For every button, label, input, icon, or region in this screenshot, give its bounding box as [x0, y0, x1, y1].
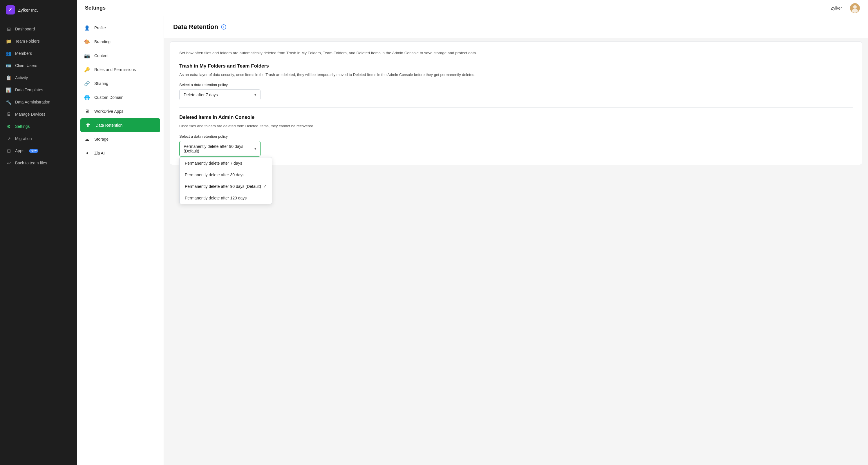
- section-title: Data Retention i: [173, 23, 859, 31]
- sidebar-item-data-administration[interactable]: 🔧 Data Administration: [0, 96, 77, 108]
- settings-label-storage: Storage: [94, 137, 108, 141]
- trash-title: Trash in My Folders and Team Folders: [179, 63, 852, 69]
- settings-nav-workdrive-apps[interactable]: 🖥 WorkDrive Apps: [77, 104, 164, 118]
- team-folders-icon: 📁: [6, 38, 11, 44]
- sidebar-item-dashboard[interactable]: ⊞ Dashboard: [0, 23, 77, 35]
- settings-icon: ⚙: [6, 124, 11, 129]
- dashboard-icon: ⊞: [6, 26, 11, 32]
- sidebar-label-migration: Migration: [15, 136, 32, 141]
- sidebar-label-members: Members: [15, 51, 32, 56]
- avatar-image: [850, 3, 860, 13]
- sidebar-label-data-administration: Data Administration: [15, 100, 50, 104]
- settings-nav-roles-permissions[interactable]: 🔑 Roles and Permissions: [77, 63, 164, 76]
- trash-selected-value: Delete after 7 days: [184, 93, 218, 97]
- storage-icon: ☁: [84, 136, 90, 142]
- manage-devices-icon: 🖥: [6, 111, 11, 117]
- client-users-icon: 🪪: [6, 63, 11, 68]
- roles-icon: 🔑: [84, 66, 90, 73]
- sidebar-item-data-templates[interactable]: 📊 Data Templates: [0, 84, 77, 96]
- data-retention-icon: 🗑: [85, 122, 91, 128]
- data-templates-icon: 📊: [6, 87, 11, 93]
- settings-nav-storage[interactable]: ☁ Storage: [77, 132, 164, 146]
- sidebar-label-activity: Activity: [15, 75, 28, 80]
- settings-sidebar: 👤 Profile 🎨 Branding 📷 Content 🔑 Roles a…: [77, 16, 164, 465]
- settings-label-zia-ai: Zia AI: [94, 151, 105, 155]
- settings-nav-sharing[interactable]: 🔗 Sharing: [77, 76, 164, 91]
- settings-label-custom-domain: Custom Domain: [94, 95, 123, 100]
- settings-label-workdrive-apps: WorkDrive Apps: [94, 109, 123, 114]
- deleted-selected-value: Permanently delete after 90 days (Defaul…: [184, 144, 252, 153]
- deleted-title: Deleted Items in Admin Console: [179, 114, 852, 120]
- deleted-option-90days-label: Permanently delete after 90 days (Defaul…: [185, 184, 261, 189]
- svg-point-2: [852, 9, 858, 13]
- sidebar-label-apps: Apps: [15, 148, 24, 153]
- info-icon[interactable]: i: [221, 24, 226, 30]
- settings-label-profile: Profile: [94, 26, 106, 30]
- svg-point-1: [853, 5, 857, 9]
- members-icon: 👥: [6, 51, 11, 56]
- settings-nav-profile[interactable]: 👤 Profile: [77, 21, 164, 35]
- topbar-divider: |: [845, 5, 846, 11]
- deleted-dropdown[interactable]: Permanently delete after 90 days (Defaul…: [179, 141, 260, 157]
- zia-ai-icon: ✦: [84, 150, 90, 156]
- sidebar-item-back-to-team-files[interactable]: ↩ Back to team files: [0, 157, 77, 169]
- settings-nav-content[interactable]: 📷 Content: [77, 49, 164, 63]
- settings-label-data-retention: Data Retention: [95, 123, 122, 128]
- content-icon: 📷: [84, 53, 90, 59]
- deleted-dropdown-container: Permanently delete after 90 days (Defaul…: [179, 141, 260, 157]
- trash-section: Trash in My Folders and Team Folders As …: [179, 63, 852, 101]
- avatar[interactable]: [850, 3, 860, 13]
- check-icon: ✓: [263, 184, 267, 189]
- sidebar-item-team-folders[interactable]: 📁 Team Folders: [0, 35, 77, 47]
- deleted-section: Deleted Items in Admin Console Once file…: [179, 114, 852, 157]
- sidebar-label-team-folders: Team Folders: [15, 39, 40, 43]
- deleted-option-30days[interactable]: Permanently delete after 30 days: [180, 169, 272, 180]
- apps-icon: ⊞: [6, 148, 11, 154]
- settings-nav-data-retention[interactable]: 🗑 Data Retention: [80, 118, 160, 132]
- org-name: Zylker Inc.: [18, 7, 38, 12]
- apps-badge: New: [29, 149, 38, 153]
- card-description: Set how often files and folders are auto…: [179, 50, 852, 56]
- deleted-option-7days[interactable]: Permanently delete after 7 days: [180, 158, 272, 169]
- deleted-policy-label: Select a data retention policy: [179, 134, 852, 139]
- sidebar-item-members[interactable]: 👥 Members: [0, 47, 77, 59]
- profile-icon: 👤: [84, 25, 90, 31]
- sidebar-label-manage-devices: Manage Devices: [15, 112, 45, 117]
- settings-label-branding: Branding: [94, 39, 111, 44]
- section-title-text: Data Retention: [173, 23, 218, 31]
- sidebar-label-settings: Settings: [15, 124, 30, 129]
- sharing-icon: 🔗: [84, 80, 90, 87]
- main-area: Settings Zylker | 👤 Profile 🎨 Branding: [77, 0, 868, 465]
- section-header: Data Retention i: [164, 16, 868, 38]
- sidebar-item-activity[interactable]: 📋 Activity: [0, 72, 77, 84]
- deleted-option-90days[interactable]: Permanently delete after 90 days (Defaul…: [180, 180, 272, 192]
- data-admin-icon: 🔧: [6, 99, 11, 105]
- deleted-option-7days-label: Permanently delete after 7 days: [185, 161, 242, 166]
- deleted-dropdown-menu: Permanently delete after 7 days Permanen…: [179, 157, 272, 204]
- settings-label-content: Content: [94, 53, 108, 58]
- deleted-option-120days-label: Permanently delete after 120 days: [185, 196, 247, 200]
- sidebar-nav: ⊞ Dashboard 📁 Team Folders 👥 Members 🪪 C…: [0, 20, 77, 172]
- sidebar-label-dashboard: Dashboard: [15, 27, 35, 31]
- deleted-option-120days[interactable]: Permanently delete after 120 days: [180, 192, 272, 204]
- username: Zylker: [831, 6, 842, 10]
- topbar: Settings Zylker |: [77, 0, 868, 16]
- sidebar-item-migration[interactable]: ↗ Migration: [0, 132, 77, 145]
- workdrive-apps-icon: 🖥: [84, 108, 90, 114]
- settings-nav-custom-domain[interactable]: 🌐 Custom Domain: [77, 91, 164, 104]
- migration-icon: ↗: [6, 136, 11, 141]
- deleted-description: Once files and folders are deleted from …: [179, 123, 852, 129]
- sidebar-item-apps[interactable]: ⊞ Apps New: [0, 145, 77, 157]
- back-icon: ↩: [6, 160, 11, 166]
- sidebar-label-client-users: Client Users: [15, 63, 37, 68]
- settings-nav-zia-ai[interactable]: ✦ Zia AI: [77, 146, 164, 160]
- page-title: Settings: [85, 5, 105, 11]
- trash-dropdown-container: Delete after 7 days ▾: [179, 89, 260, 100]
- sidebar-item-manage-devices[interactable]: 🖥 Manage Devices: [0, 108, 77, 120]
- sidebar-item-client-users[interactable]: 🪪 Client Users: [0, 59, 77, 72]
- trash-description: As an extra layer of data security, once…: [179, 72, 852, 78]
- sidebar-item-settings[interactable]: ⚙ Settings: [0, 120, 77, 132]
- trash-dropdown[interactable]: Delete after 7 days ▾: [179, 89, 260, 100]
- settings-nav-branding[interactable]: 🎨 Branding: [77, 35, 164, 49]
- trash-policy-label: Select a data retention policy: [179, 82, 852, 87]
